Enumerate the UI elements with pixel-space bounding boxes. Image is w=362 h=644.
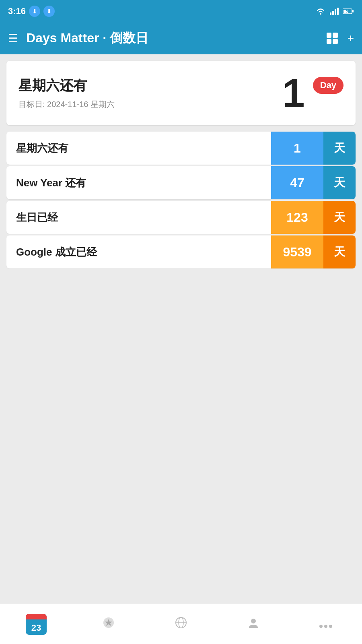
list-item-label: 生日已经 [6, 201, 271, 234]
menu-icon[interactable]: ☰ [8, 32, 18, 45]
toolbar-title: Days Matter · 倒数日 [26, 29, 148, 47]
list-item-label: New Year 还有 [6, 166, 271, 199]
svg-rect-3 [335, 9, 336, 15]
list-item[interactable]: 生日已经 123 天 [6, 201, 356, 234]
list-item[interactable]: New Year 还有 47 天 [6, 166, 356, 199]
wifi-icon [315, 7, 326, 15]
signal-icon [330, 8, 339, 15]
status-left: 3:16 ⬇ ⬇ [8, 6, 55, 17]
svg-rect-7 [352, 10, 354, 12]
svg-point-15 [324, 625, 327, 628]
list-item-count: 123 [271, 201, 323, 234]
grid-view-icon[interactable] [327, 33, 338, 44]
list-item-label: Google 成立已经 [6, 235, 271, 268]
list-item-unit: 天 [323, 166, 356, 199]
featured-card-subtitle: 目标日: 2024-11-16 星期六 [19, 99, 115, 110]
svg-point-16 [329, 625, 332, 628]
day-badge: Day [313, 77, 343, 94]
status-time: 3:16 [8, 6, 26, 17]
featured-card-right: 1 Day [282, 73, 343, 113]
status-bar: 3:16 ⬇ ⬇ [0, 0, 362, 22]
list-item-label: 星期六还有 [6, 132, 271, 165]
nav-item-more[interactable] [290, 617, 362, 631]
featured-card-left: 星期六还有 目标日: 2024-11-16 星期六 [19, 76, 115, 110]
list-item[interactable]: 星期六还有 1 天 [6, 132, 356, 165]
toolbar-right: + [327, 32, 354, 45]
explore-icon [174, 616, 188, 632]
svg-rect-4 [337, 8, 339, 15]
calendar-icon: 23 [26, 614, 47, 635]
toolbar-left: ☰ Days Matter · 倒数日 [8, 29, 148, 47]
battery-icon [343, 8, 354, 15]
nav-item-calendar[interactable]: 23 [0, 614, 72, 635]
featured-card-title: 星期六还有 [19, 76, 115, 95]
svg-point-14 [319, 625, 323, 628]
download-icon-2: ⬇ [43, 6, 55, 17]
list-item-unit: 天 [323, 235, 356, 268]
svg-point-13 [251, 619, 256, 623]
list-item-count: 1 [271, 132, 323, 165]
bottom-nav: 23 [0, 604, 362, 644]
svg-point-0 [320, 13, 321, 14]
list-section: 星期六还有 1 天 New Year 还有 47 天 生日已经 123 天 Go… [6, 132, 356, 268]
featured-card: 星期六还有 目标日: 2024-11-16 星期六 1 Day [6, 61, 356, 125]
list-item-unit: 天 [323, 132, 356, 165]
list-item-unit: 天 [323, 201, 356, 234]
download-icon-1: ⬇ [29, 6, 40, 17]
svg-rect-2 [332, 11, 334, 15]
svg-rect-1 [330, 12, 331, 15]
nav-item-profile[interactable] [217, 616, 290, 632]
star-icon [102, 616, 115, 632]
list-item[interactable]: Google 成立已经 9539 天 [6, 235, 356, 268]
calendar-day: 23 [31, 623, 41, 633]
status-right [315, 7, 354, 15]
more-icon [319, 617, 333, 631]
nav-item-favorites[interactable] [72, 616, 145, 632]
list-item-count: 9539 [271, 235, 323, 268]
nav-item-explore[interactable] [145, 616, 217, 632]
list-item-count: 47 [271, 166, 323, 199]
featured-card-number: 1 [282, 73, 305, 113]
add-button[interactable]: + [348, 32, 354, 45]
toolbar: ☰ Days Matter · 倒数日 + [0, 22, 362, 54]
person-icon [247, 616, 260, 632]
